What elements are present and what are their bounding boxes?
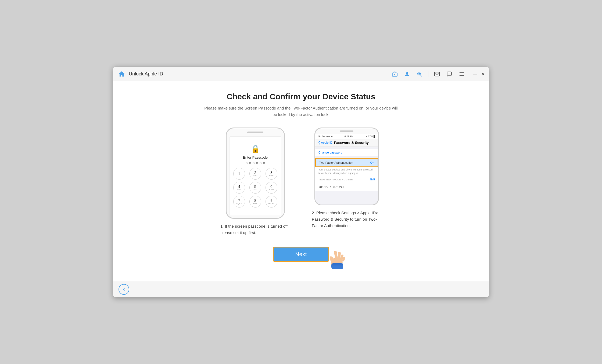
envelope-icon[interactable]	[433, 70, 441, 78]
keypad: 1 2ABC 3DEF 4GHI 5JKL 6MNO 7PQRS 8TUV 9W…	[232, 168, 278, 208]
status-center: 8:22 AM	[345, 135, 353, 138]
page-subtitle: Please make sure the Screen Passcode and…	[204, 105, 398, 118]
close-button[interactable]: ✕	[481, 72, 485, 76]
window-controls: — ✕	[473, 72, 485, 76]
hand-cursor-icon	[327, 246, 348, 270]
status-bar: No Service ☁ 8:22 AM ▲ 77% ▉	[315, 134, 378, 139]
key-9: 9WXYZ	[266, 196, 277, 208]
key-1: 1	[233, 168, 245, 180]
key-3: 3DEF	[266, 168, 277, 180]
settings-nav: ❮ Apple ID Password & Security	[315, 139, 378, 147]
two-factor-row: Two-Factor Authentication On	[315, 158, 378, 167]
status-right: ▲ 77% ▉	[365, 135, 375, 138]
desc1-text: 1. If the screen passcode is turned off,…	[220, 223, 290, 236]
next-btn-wrapper: Next	[273, 247, 329, 262]
settings-body: Change password Two-Factor Authenticatio…	[315, 147, 378, 205]
enter-passcode-label: Enter Passcode	[243, 155, 268, 159]
main-content: Check and Confirm your Device Status Ple…	[113, 81, 489, 281]
settings-section2: Two-Factor Authentication On Your truste…	[315, 158, 378, 191]
dot1	[246, 162, 248, 164]
lock-icon: 🔒	[251, 144, 260, 153]
phone2-notch	[340, 130, 353, 132]
music-search-icon[interactable]	[416, 70, 423, 78]
key-2: 2ABC	[249, 168, 261, 180]
dot4	[256, 162, 258, 164]
home-icon[interactable]	[117, 70, 126, 78]
key-7: 7PQRS	[233, 196, 245, 208]
app-window: Unlock Apple ID	[113, 67, 489, 297]
footer-bar	[113, 281, 489, 297]
phone1-notch	[247, 132, 263, 133]
settings-section1: Change password	[315, 149, 378, 156]
desc2-text: 2. Please check Settings > Apple ID> Pas…	[312, 210, 382, 229]
illustrations-area: 🔒 Enter Passcode 1 2ABC	[220, 128, 382, 236]
title-bar: Unlock Apple ID	[113, 67, 489, 81]
key-5: 5JKL	[249, 182, 261, 194]
phone1-illustration: 🔒 Enter Passcode 1 2ABC	[220, 128, 290, 236]
page-heading: Check and Confirm your Device Status	[227, 92, 375, 101]
dot5	[260, 162, 261, 164]
status-left: No Service ☁	[318, 135, 333, 138]
app-title: Unlock Apple ID	[129, 71, 163, 77]
title-bar-left: Unlock Apple ID	[117, 70, 391, 78]
phone-number-row: +86 158 1367 5241	[315, 183, 378, 191]
nav-back: ❮ Apple ID	[318, 141, 332, 144]
title-bar-right: — ✕	[391, 70, 485, 78]
key-4: 4GHI	[233, 182, 245, 194]
key-6: 6MNO	[266, 182, 277, 194]
divider	[428, 71, 428, 77]
passcode-dots	[246, 162, 265, 164]
trusted-phone-row: TRUSTED PHONE NUMBER Edit	[315, 176, 378, 183]
change-password-row: Change password	[315, 149, 378, 156]
user-icon[interactable]	[403, 70, 411, 78]
back-button[interactable]	[119, 284, 129, 295]
svg-rect-17	[331, 263, 343, 265]
phone1-screen: 🔒 Enter Passcode 1 2ABC	[229, 136, 281, 215]
key-8: 8TUV	[249, 196, 261, 208]
nav-title: Password & Security	[334, 141, 369, 145]
dot3	[253, 162, 255, 164]
menu-icon[interactable]	[458, 70, 465, 78]
dot6	[263, 162, 265, 164]
next-button[interactable]: Next	[273, 247, 329, 262]
phone2-illustration: No Service ☁ 8:22 AM ▲ 77% ▉ ❮ Apple ID …	[312, 128, 382, 229]
two-factor-desc: Your trusted devices and phone numbers a…	[315, 167, 378, 176]
phone1-mockup: 🔒 Enter Passcode 1 2ABC	[226, 128, 285, 219]
svg-point-3	[406, 72, 408, 74]
minimize-button[interactable]: —	[473, 72, 477, 76]
svg-line-5	[420, 75, 422, 76]
bottom-section: Next	[129, 247, 473, 262]
dot2	[249, 162, 251, 164]
toolbox-icon[interactable]	[391, 70, 399, 78]
phone2-mockup: No Service ☁ 8:22 AM ▲ 77% ▉ ❮ Apple ID …	[314, 128, 379, 205]
chat-icon[interactable]	[446, 70, 453, 78]
